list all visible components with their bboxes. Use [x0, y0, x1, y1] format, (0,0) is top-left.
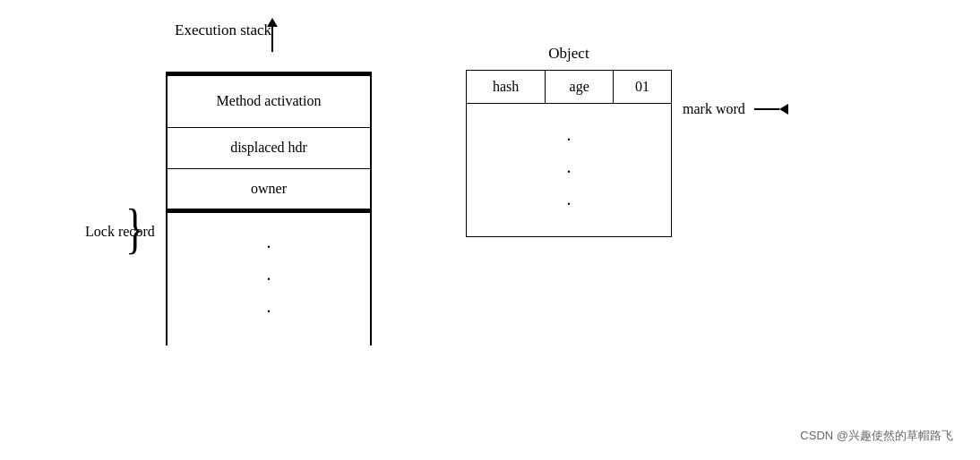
object-dots-cell: ··· — [467, 104, 672, 237]
object-table: hash age 01 ··· — [466, 70, 672, 237]
hash-cell: hash — [467, 71, 546, 104]
execution-stack-label: Execution stack — [175, 20, 271, 41]
diagram: Execution stack Method activation displa… — [0, 0, 980, 460]
mark-word-text: mark word — [683, 101, 745, 117]
owner-cell: owner — [166, 169, 372, 209]
mark-word-area: mark word — [683, 101, 788, 117]
age-cell: age — [546, 71, 614, 104]
watermark: CSDN @兴趣使然的草帽路飞 — [800, 428, 953, 444]
arrow-left-head — [779, 104, 788, 115]
brace-icon: } — [125, 201, 144, 257]
arrow-left-line — [754, 108, 779, 110]
arrow-left — [754, 104, 788, 115]
status-cell: 01 — [614, 71, 672, 104]
object-label: Object — [466, 45, 672, 63]
object-dots-row: ··· — [467, 104, 672, 237]
method-activation-cell: Method activation — [166, 76, 372, 128]
displaced-hdr-cell: displaced hdr — [166, 128, 372, 169]
stack-bottom-cap — [166, 336, 372, 345]
stack-area: Method activation displaced hdr owner ··… — [166, 72, 372, 345]
stack-dots: ··· — [166, 213, 372, 336]
object-header-row: hash age 01 — [467, 71, 672, 104]
object-area: Object hash age 01 ··· — [466, 45, 672, 237]
